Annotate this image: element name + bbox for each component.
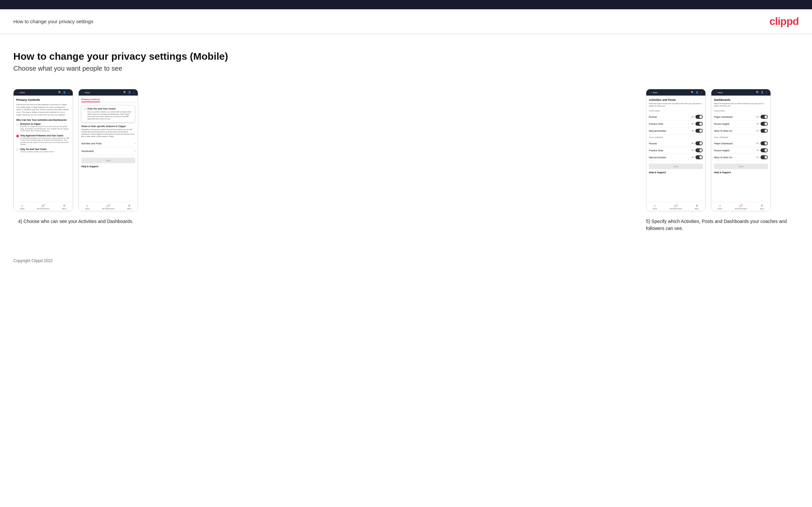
nav-home-3[interactable]: ⌂ Home xyxy=(653,204,657,210)
toggle-coaches-round-insights-switch[interactable] xyxy=(761,122,768,126)
toggle-coaches-drills[interactable]: Practice Drills ON xyxy=(649,120,703,127)
toggle-followers-player-dash-switch[interactable] xyxy=(761,142,768,145)
help-section-4: Help & Support xyxy=(714,169,768,174)
phone-2-nav: ‹ < Back 🔍 👤 ⋮ xyxy=(79,89,138,96)
left-section: ‹ < Back 🔍 👤 ⋮ Privacy Controls Control … xyxy=(13,89,138,225)
help-section-3: Help & Support xyxy=(649,169,703,174)
copyright: Copyright Clippd 2022 xyxy=(13,259,53,263)
radio-approved[interactable] xyxy=(16,135,19,137)
chart-icon: 📈 xyxy=(41,204,45,207)
phone-1-nav: ‹ < Back 🔍 👤 ⋮ xyxy=(14,89,73,96)
arrow-dashboards: › xyxy=(134,149,135,153)
toggle-followers-round-insights-switch[interactable] xyxy=(761,148,768,152)
help-section-2: Help & Support xyxy=(81,163,135,168)
person-icon-3[interactable]: 👤 xyxy=(696,91,699,94)
radio-youcoach[interactable] xyxy=(16,148,19,151)
toggle-followers-drills[interactable]: Practice Drills ON xyxy=(649,147,703,154)
nav-performance[interactable]: 📈 My Performance xyxy=(37,204,49,210)
phone-4-back[interactable]: ‹ < Back xyxy=(714,91,723,94)
nav-performance-3[interactable]: 📈 My Performance xyxy=(670,204,682,210)
toggle-coaches-what-to-work-switch[interactable] xyxy=(761,129,768,133)
hamburger-icon: ≡ xyxy=(63,204,65,207)
phone-2-back[interactable]: ‹ < Back xyxy=(81,91,90,94)
toggle-coaches-manual-switch[interactable] xyxy=(696,129,703,133)
toggle-coaches-drills-switch[interactable] xyxy=(696,122,703,126)
person-icon-4[interactable]: 👤 xyxy=(761,91,764,94)
coaches-label-4: COACHES xyxy=(714,110,768,112)
phone-3-back[interactable]: ‹ < Back xyxy=(649,91,658,94)
toggle-coaches-manual[interactable]: Manual Activities ON xyxy=(649,127,703,134)
option-everyone-label: Everyone on Clippd xyxy=(20,123,70,125)
person-icon-2[interactable]: 👤 xyxy=(128,91,131,94)
toggle-coaches-what-to-work[interactable]: What To Work On ON xyxy=(714,127,768,134)
toggle-followers-player-dash[interactable]: Player Dashboard ON xyxy=(714,140,768,147)
nav-menu-3[interactable]: ≡ Menu xyxy=(695,204,699,210)
save-button-3[interactable]: Save xyxy=(649,164,703,169)
nav-menu[interactable]: ≡ Menu xyxy=(62,204,66,210)
main-content: How to change your privacy settings (Mob… xyxy=(0,34,812,252)
tooltip-title: Only You and Your Coach xyxy=(87,108,133,110)
option-approved[interactable]: Only Approved Followers and Your Coach O… xyxy=(16,134,70,146)
toggle-followers-round-insights[interactable]: Round Insights ON xyxy=(714,147,768,154)
toggle-followers-manual[interactable]: Manual Activities ON xyxy=(649,154,703,161)
toggle-followers-manual-switch[interactable] xyxy=(696,155,703,159)
phone-1-back[interactable]: ‹ < Back xyxy=(16,91,25,94)
home-icon-4: ⌂ xyxy=(719,204,721,207)
menu-icon-4[interactable]: ⋮ xyxy=(765,91,768,94)
radio-everyone[interactable] xyxy=(16,123,19,126)
option-approved-label: Only Approved Followers and Your Coach xyxy=(20,134,70,137)
toggle-coaches-round-insights[interactable]: Round Insights ON xyxy=(714,120,768,127)
privacy-tab-active[interactable]: Privacy Controls xyxy=(81,98,100,102)
dashboards-desc: Select the dashboards that you'd like to… xyxy=(714,103,768,107)
nav-performance-4[interactable]: 📈 My Performance xyxy=(735,204,747,210)
activities-desc: Select the types of activity that you'd … xyxy=(649,103,703,107)
toggle-followers-what-to-work-switch[interactable] xyxy=(761,155,768,159)
page-heading: How to change your privacy settings (Mob… xyxy=(13,51,799,62)
phone-1-icons: 🔍 👤 ⋮ xyxy=(58,91,70,94)
phone-3-bottom-nav: ⌂ Home 📈 My Performance ≡ Menu xyxy=(646,202,705,211)
phone-2-bottom-nav: ⌂ Home 📈 My Performance ≡ Menu xyxy=(79,202,138,211)
phone-4-nav: ‹ < Back 🔍 👤 ⋮ xyxy=(711,89,770,96)
toggle-coaches-player-dash-switch[interactable] xyxy=(761,115,768,119)
search-icon[interactable]: 🔍 xyxy=(58,91,61,94)
menu-item-dashboards[interactable]: Dashboards › xyxy=(81,147,135,155)
menu-item-activities[interactable]: Activities and Posts › xyxy=(81,140,135,147)
nav-home-2[interactable]: ⌂ Home xyxy=(85,204,89,210)
toggle-coaches-player-dash[interactable]: Player Dashboard ON xyxy=(714,113,768,120)
toggle-coaches-rounds[interactable]: Rounds ON xyxy=(649,113,703,120)
option-everyone[interactable]: Everyone on Clippd Everyone on Clippd ca… xyxy=(16,123,70,132)
save-button-4[interactable]: Save xyxy=(714,164,768,169)
breadcrumb: How to change your privacy settings xyxy=(13,18,93,24)
left-phones: ‹ < Back 🔍 👤 ⋮ Privacy Controls Control … xyxy=(13,89,138,211)
tooltip-radio[interactable] xyxy=(84,108,86,111)
hamburger-icon-2: ≡ xyxy=(129,204,131,207)
toggle-followers-what-to-work[interactable]: What To Work On ON xyxy=(714,154,768,161)
home-icon-3: ⌂ xyxy=(654,204,656,207)
search-icon-3[interactable]: 🔍 xyxy=(691,91,694,94)
save-button-2[interactable]: Save xyxy=(81,158,135,163)
tooltip-desc: Only you and the coaches you connect wit… xyxy=(87,111,133,120)
privacy-tabs: Privacy Controls xyxy=(81,98,135,103)
search-icon-2[interactable]: 🔍 xyxy=(123,91,126,94)
person-icon[interactable]: 👤 xyxy=(63,91,66,94)
page-subheading: Choose what you want people to see xyxy=(13,65,799,72)
menu-icon-3[interactable]: ⋮ xyxy=(700,91,703,94)
nav-performance-2[interactable]: 📈 My Performance xyxy=(102,204,114,210)
nav-menu-2[interactable]: ≡ Menu xyxy=(127,204,132,210)
phone-3-icons: 🔍 👤 ⋮ xyxy=(691,91,703,94)
toggle-followers-rounds-switch[interactable] xyxy=(696,142,703,145)
nav-home[interactable]: ⌂ Home xyxy=(20,204,24,210)
phone-3-nav: ‹ < Back 🔍 👤 ⋮ xyxy=(646,89,705,96)
toggle-followers-rounds[interactable]: Rounds ON xyxy=(649,140,703,147)
toggle-coaches-rounds-switch[interactable] xyxy=(696,115,703,119)
menu-icon[interactable]: ⋮ xyxy=(67,91,70,94)
phone-4: ‹ < Back 🔍 👤 ⋮ Dashboards Select the das… xyxy=(711,89,771,211)
show-hide-title: Show or hide specific features in Clippd xyxy=(81,125,135,127)
option-youcoach[interactable]: Only You and Your Coach Only you and the… xyxy=(16,148,70,153)
search-icon-4[interactable]: 🔍 xyxy=(756,91,759,94)
chart-icon-3: 📈 xyxy=(674,204,678,207)
nav-home-4[interactable]: ⌂ Home xyxy=(718,204,722,210)
nav-menu-4[interactable]: ≡ Menu xyxy=(760,204,764,210)
toggle-followers-drills-switch[interactable] xyxy=(696,148,703,152)
menu-icon-2[interactable]: ⋮ xyxy=(133,91,135,94)
